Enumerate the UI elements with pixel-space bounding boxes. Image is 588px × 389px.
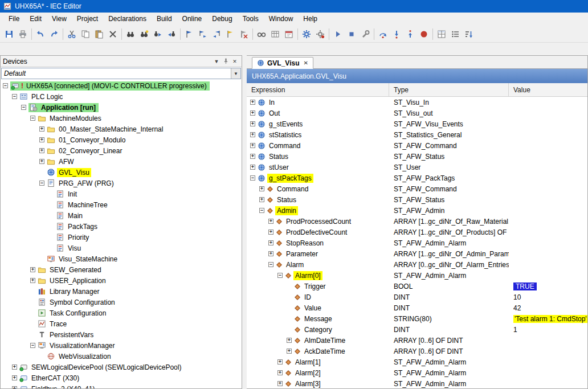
expander-icon[interactable]: + [287,349,292,354]
tree-item-user-application[interactable]: +USER_Application [1,275,242,286]
expander-icon[interactable]: + [30,267,35,272]
save-button[interactable] [2,27,16,41]
menu-declarations[interactable]: Declarations [103,13,152,26]
find-prev-button[interactable] [165,27,178,41]
grid-row-status[interactable]: +StatusST_AFW_Status [247,194,587,205]
column-header-value[interactable]: Value [509,83,587,96]
tree-item-02-conveyor-linear[interactable]: +02_Conveyor_Linear [1,145,242,156]
grid-row-category[interactable]: CategoryDINT1 [247,324,587,335]
device-profile-combobox[interactable]: Default ▼ [1,68,241,79]
expander-icon[interactable]: + [277,370,283,375]
expander-icon[interactable]: + [250,121,255,126]
grid-frame-button[interactable] [268,27,282,41]
grid-row-out[interactable]: +OutST_Visu_out [247,108,587,118]
cell-value[interactable]: TRUE [509,282,587,290]
tree-item-trace[interactable]: Trace [1,318,242,329]
tree-item-ethercat-x30[interactable]: +EtherCAT (X30) [1,372,242,383]
cell-value[interactable]: 'Test alarm 1: CmdStop' [509,315,587,323]
menu-debug[interactable]: Debug [207,13,237,26]
tree-item-sewlogicaldevicepool-sewlogicaldevicepool[interactable]: +SEWLogicalDevicePool (SEWLogicalDeviceP… [1,362,242,372]
expander-icon[interactable]: + [12,375,17,380]
expander-icon[interactable]: + [277,359,283,365]
tree-item-plc-logic[interactable]: −PLC Logic [1,91,242,102]
tree-item-gvl-visu[interactable]: GVL_Visu [1,167,242,178]
tree-item-library-manager[interactable]: Library Manager [1,286,242,297]
step-into-button[interactable] [390,27,403,41]
expander-icon[interactable]: − [30,116,35,121]
pin-icon[interactable] [221,57,230,66]
flag-prev-button[interactable] [210,27,223,41]
tree-item-persistentvars[interactable]: PersistentVars [1,329,242,340]
expander-icon[interactable]: + [250,154,255,159]
calendar-button[interactable] [282,27,296,41]
copy-button[interactable] [79,27,92,41]
stop-button[interactable] [345,27,358,41]
tree-item-visualizationmanager[interactable]: −VisualizationManager [1,340,242,351]
redo-button[interactable] [47,27,61,41]
list-button[interactable] [448,27,462,41]
column-header-type[interactable]: Type [389,83,509,96]
tree-item-machinetree[interactable]: MachineTree [1,199,242,210]
expander-icon[interactable]: + [268,251,273,256]
expander-icon[interactable]: + [268,240,273,245]
delete-button[interactable] [106,27,120,41]
tree-item-priority[interactable]: Priority [1,232,242,243]
step-over-button[interactable] [376,27,390,41]
expander-icon[interactable]: − [39,181,44,186]
expander-icon[interactable]: + [12,386,17,388]
grid-row-almdatetime[interactable]: +AlmDateTimeARRAY [0..6] OF DINT [247,335,587,346]
close-panel-button[interactable]: ✕ [230,57,239,66]
expander-icon[interactable]: − [21,105,26,110]
expander-icon[interactable]: + [39,137,44,142]
cell-value[interactable]: 10 [509,293,587,301]
tree-item-webvisualization[interactable]: WebVisualization [1,351,242,362]
expander-icon[interactable]: − [259,208,264,213]
tree-item-00-master-statemachine-internal[interactable]: +00_Master_StateMachine_Internal [1,124,242,134]
tree-item-visu-statemachine[interactable]: Visu_StateMachine [1,253,242,264]
table-button[interactable] [435,27,448,41]
cut-button[interactable] [65,27,79,41]
column-header-expression[interactable]: Expression [247,83,389,96]
expander-icon[interactable]: + [250,165,255,170]
grid-row-admin[interactable]: −AdminST_AFW_Admin [247,205,587,216]
grid-row-stuser[interactable]: +stUserST_User [247,162,587,173]
wrench-button[interactable] [358,27,372,41]
flag-yellow-button[interactable] [223,27,237,41]
grid-row-ackdatetime[interactable]: +AckDateTimeARRAY [0..6] OF DINT [247,346,587,357]
tree-item-visu[interactable]: Visu [1,243,242,253]
grid-row-command[interactable]: +CommandST_AFW_Command [247,183,587,194]
grid-row-alarm[interactable]: −AlarmARRAY [0..gc_diNr_Of_Alarm_Entries… [247,259,587,270]
find-next-button[interactable] [151,27,165,41]
grid-row-prodprocessedcount[interactable]: +ProdProcessedCountARRAY [1..gc_diNr_Of_… [247,216,587,227]
flag-next-button[interactable] [196,27,210,41]
cell-value[interactable]: 42 [509,304,587,312]
breakpoint-button[interactable] [417,27,431,41]
expander-icon[interactable]: + [250,132,255,137]
expander-icon[interactable]: + [39,159,44,164]
tree-item-uhx65a-connected-movi-c-controller-progressive[interactable]: −!UHX65A [connected] (MOVI-C CONTROLLER … [1,80,242,91]
expander-icon[interactable]: + [259,197,264,202]
grid-row-g-stevents[interactable]: +g_stEventsST_AFW_Visu_Events [247,118,587,129]
grid-row-status[interactable]: +StatusST_AFW_Status [247,151,587,162]
expander-icon[interactable]: + [250,100,255,105]
watch-button[interactable] [255,27,268,41]
grid-row-id[interactable]: IDDINT10 [247,292,587,302]
step-out-button[interactable] [403,27,417,41]
expander-icon[interactable]: + [250,110,255,116]
menu-project[interactable]: Project [72,13,103,26]
undo-button[interactable] [34,27,47,41]
menu-build[interactable]: Build [152,13,177,26]
grid-row-alarm-1[interactable]: +Alarm[1]ST_AFW_Admin_Alarm [247,357,587,367]
tree-item-task-configuration[interactable]: Task Configuration [1,308,242,318]
panel-splitter[interactable] [242,55,247,389]
expander-icon[interactable]: + [277,381,283,386]
grid-row-trigger[interactable]: TriggerBOOLTRUE [247,281,587,292]
paste-button[interactable] [92,27,106,41]
chevron-down-icon[interactable]: ▼ [231,68,240,79]
tree-item-sew-generated[interactable]: +SEW_Generated [1,264,242,275]
grid-row-in[interactable]: +InST_Visu_In [247,97,587,108]
sort-button[interactable] [462,27,476,41]
menu-help[interactable]: Help [298,13,322,26]
panel-menu-button[interactable]: ▼ [212,57,221,66]
expander-icon[interactable]: + [12,365,17,370]
